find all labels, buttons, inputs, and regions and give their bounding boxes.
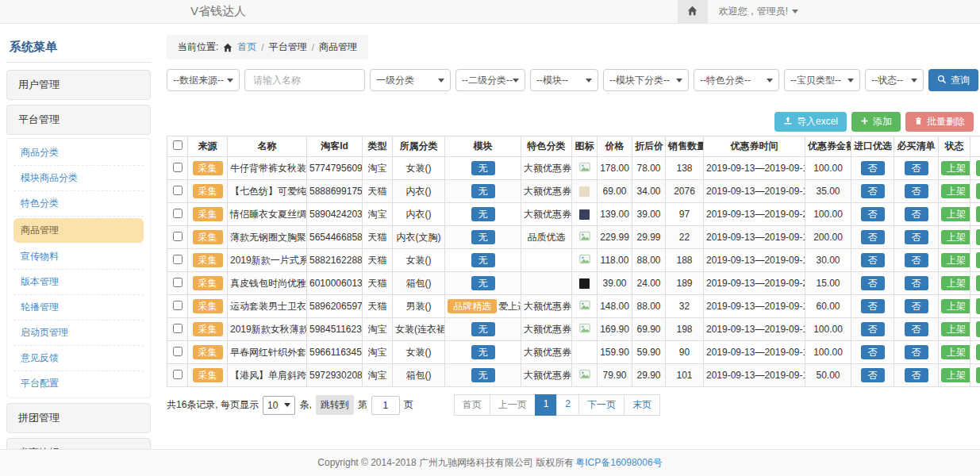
user-menu[interactable]: 欢迎您，管理员! (708, 0, 809, 24)
status-badge[interactable]: 上架 (941, 207, 970, 221)
sales-count: 101 (666, 364, 704, 387)
home-nav-button[interactable] (678, 0, 708, 24)
add-button[interactable]: 添加 (851, 112, 901, 132)
imported-toggle[interactable]: 否 (861, 184, 885, 198)
status-badge[interactable]: 上架 (941, 368, 970, 382)
sidebar-subitem-模块商品分类[interactable]: 模块商品分类 (13, 166, 144, 191)
status-badge[interactable]: 上架 (941, 299, 970, 313)
query-button[interactable]: 查询 (928, 69, 978, 91)
imported-toggle[interactable]: 否 (861, 322, 885, 336)
imported-toggle[interactable]: 否 (861, 276, 885, 290)
must-buy-toggle[interactable]: 否 (905, 345, 928, 359)
edit-button[interactable] (976, 275, 980, 291)
row-checkbox[interactable] (173, 163, 183, 172)
must-buy-toggle[interactable]: 否 (905, 368, 928, 382)
sidebar-subitem-特色分类[interactable]: 特色分类 (13, 191, 144, 217)
pager-item-末页[interactable]: 末页 (624, 394, 660, 416)
sidebar-subitem-宣传物料[interactable]: 宣传物料 (13, 244, 144, 270)
filter-select-data-source[interactable]: --数据来源-- (167, 69, 240, 91)
imported-toggle[interactable]: 否 (861, 253, 885, 267)
sidebar-subitem-平台配置[interactable]: 平台配置 (13, 371, 144, 396)
status-badge[interactable]: 上架 (941, 230, 970, 244)
filter-select-module-subcategory[interactable]: --模块下分类-- (603, 69, 689, 91)
pager-item-2[interactable]: 2 (556, 394, 579, 416)
row-checkbox[interactable] (173, 370, 183, 379)
edit-button[interactable] (976, 298, 980, 314)
status-badge[interactable]: 上架 (941, 276, 970, 290)
pager-item-下一页[interactable]: 下一页 (578, 394, 625, 416)
name-search-input[interactable] (244, 69, 365, 91)
edit-button[interactable] (976, 229, 980, 245)
edit-button[interactable] (976, 344, 980, 360)
must-buy-toggle[interactable]: 否 (905, 299, 928, 313)
sidebar-subitem-版本管理[interactable]: 版本管理 (13, 270, 144, 295)
icon-cell (572, 341, 598, 364)
must-buy-toggle[interactable]: 否 (905, 207, 928, 221)
filter-select-secondary-category[interactable]: --二级分类-- (455, 69, 525, 91)
must-buy-toggle[interactable]: 否 (905, 322, 928, 336)
sidebar-subitem-轮播管理[interactable]: 轮播管理 (13, 295, 144, 321)
status-badge[interactable]: 上架 (941, 322, 970, 336)
filter-select-primary-category[interactable]: 一级分类 (370, 69, 451, 91)
pager-item-上一页[interactable]: 上一页 (490, 394, 536, 416)
import-excel-button[interactable]: 导入excel (774, 112, 847, 132)
row-checkbox[interactable] (173, 255, 183, 264)
imported-toggle[interactable]: 否 (861, 345, 885, 359)
edit-button[interactable] (976, 160, 980, 176)
breadcrumb: 当前位置: 首页 / 平台管理 / 商品管理 (167, 35, 368, 60)
must-buy-toggle[interactable]: 否 (905, 253, 928, 267)
sidebar-item-用户管理[interactable]: 用户管理 (6, 70, 151, 100)
status-badge[interactable]: 上架 (941, 345, 970, 359)
row-checkbox[interactable] (173, 347, 183, 356)
edit-button[interactable] (976, 252, 980, 268)
sidebar-subitem-商品管理[interactable]: 商品管理 (13, 218, 144, 243)
sidebar-subitem-启动页管理[interactable]: 启动页管理 (13, 321, 144, 346)
sidebar-item-平台管理[interactable]: 平台管理 (6, 105, 151, 135)
icon-cell (572, 272, 598, 295)
filter-select-status[interactable]: --状态-- (865, 69, 924, 91)
status-badge[interactable]: 上架 (941, 184, 970, 198)
edit-button[interactable] (976, 183, 980, 199)
sidebar-item-省惠快报[interactable]: 省惠快报 (6, 438, 151, 449)
must-buy-toggle[interactable]: 否 (905, 184, 928, 198)
row-checkbox[interactable] (173, 301, 183, 310)
imported-toggle[interactable]: 否 (861, 230, 885, 244)
row-checkbox[interactable] (173, 324, 183, 333)
sidebar-subitem-商品分类[interactable]: 商品分类 (13, 140, 144, 166)
batch-delete-button[interactable]: 批量删除 (905, 112, 974, 132)
filter-select-item-type[interactable]: --宝贝类型-- (784, 69, 860, 91)
status-badge[interactable]: 上架 (941, 253, 970, 267)
row-checkbox[interactable] (173, 232, 183, 241)
welcome-text: 欢迎您，管理员! (719, 5, 788, 18)
imported-toggle[interactable]: 否 (861, 299, 885, 313)
pager-item-1[interactable]: 1 (535, 394, 558, 416)
icp-link[interactable]: 粤ICP备16098006号 (575, 456, 662, 470)
jump-page-input[interactable] (371, 396, 400, 415)
row-checkbox[interactable] (173, 186, 183, 195)
edit-button[interactable] (976, 206, 980, 222)
sidebar-subitem-意见反馈[interactable]: 意见反馈 (13, 346, 144, 371)
filter-select-module[interactable]: --模块-- (530, 69, 598, 91)
table-header: 来源名称淘客Id类型所属分类模块特色分类图标价格折后价销售数量优惠券时间优惠券金… (167, 136, 980, 157)
select-all-checkbox[interactable] (173, 140, 183, 150)
discount-price: 78.00 (632, 157, 666, 180)
page-size-select[interactable]: 10 (263, 396, 295, 415)
product-name: 2019新款女秋薄款... (228, 318, 307, 341)
imported-toggle[interactable]: 否 (861, 207, 885, 221)
sidebar-item-拼团管理[interactable]: 拼团管理 (6, 403, 151, 433)
breadcrumb-home-link[interactable]: 首页 (237, 40, 256, 54)
imported-toggle[interactable]: 否 (861, 368, 885, 382)
must-buy-toggle[interactable]: 否 (905, 161, 928, 175)
filter-select-feature-category[interactable]: --特色分类-- (694, 69, 779, 91)
row-checkbox[interactable] (173, 209, 183, 218)
status-badge[interactable]: 上架 (941, 161, 970, 175)
row-checkbox[interactable] (173, 278, 183, 287)
edit-button[interactable] (976, 321, 980, 337)
upload-icon (783, 116, 793, 128)
must-buy-toggle[interactable]: 否 (905, 230, 928, 244)
must-buy-toggle[interactable]: 否 (905, 276, 928, 290)
edit-button[interactable] (976, 367, 980, 383)
jump-button[interactable]: 跳转到 (316, 395, 354, 415)
imported-toggle[interactable]: 否 (861, 161, 885, 175)
pager-item-首页[interactable]: 首页 (454, 394, 490, 416)
